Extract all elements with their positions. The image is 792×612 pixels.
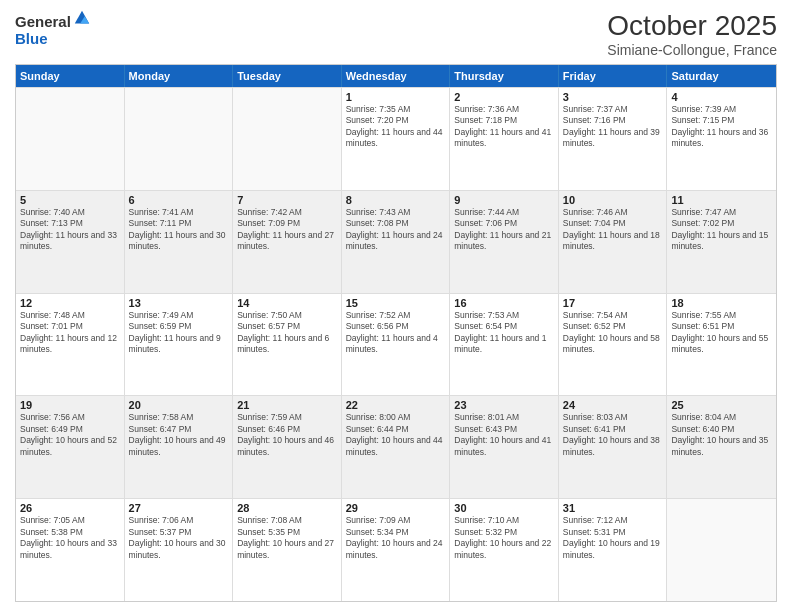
cal-cell-r0c4: 2Sunrise: 7:36 AM Sunset: 7:18 PM Daylig… xyxy=(450,88,559,190)
cal-cell-r4c3: 29Sunrise: 7:09 AM Sunset: 5:34 PM Dayli… xyxy=(342,499,451,601)
cell-info: Sunrise: 7:41 AM Sunset: 7:11 PM Dayligh… xyxy=(129,207,229,253)
cell-info: Sunrise: 7:35 AM Sunset: 7:20 PM Dayligh… xyxy=(346,104,446,150)
day-number: 29 xyxy=(346,502,446,514)
cal-cell-r4c1: 27Sunrise: 7:06 AM Sunset: 5:37 PM Dayli… xyxy=(125,499,234,601)
calendar-body: 1Sunrise: 7:35 AM Sunset: 7:20 PM Daylig… xyxy=(16,87,776,601)
page: General Blue October 2025 Simiane-Collon… xyxy=(0,0,792,612)
calendar-row-2: 12Sunrise: 7:48 AM Sunset: 7:01 PM Dayli… xyxy=(16,293,776,396)
title-block: October 2025 Simiane-Collongue, France xyxy=(607,10,777,58)
cal-cell-r2c3: 15Sunrise: 7:52 AM Sunset: 6:56 PM Dayli… xyxy=(342,294,451,396)
cal-cell-r2c0: 12Sunrise: 7:48 AM Sunset: 7:01 PM Dayli… xyxy=(16,294,125,396)
header-day-monday: Monday xyxy=(125,65,234,87)
cal-cell-r1c6: 11Sunrise: 7:47 AM Sunset: 7:02 PM Dayli… xyxy=(667,191,776,293)
day-number: 19 xyxy=(20,399,120,411)
cal-cell-r1c2: 7Sunrise: 7:42 AM Sunset: 7:09 PM Daylig… xyxy=(233,191,342,293)
day-number: 30 xyxy=(454,502,554,514)
cell-info: Sunrise: 7:40 AM Sunset: 7:13 PM Dayligh… xyxy=(20,207,120,253)
day-number: 4 xyxy=(671,91,772,103)
cal-cell-r4c5: 31Sunrise: 7:12 AM Sunset: 5:31 PM Dayli… xyxy=(559,499,668,601)
cal-cell-r3c3: 22Sunrise: 8:00 AM Sunset: 6:44 PM Dayli… xyxy=(342,396,451,498)
calendar: SundayMondayTuesdayWednesdayThursdayFrid… xyxy=(15,64,777,602)
cal-cell-r4c6 xyxy=(667,499,776,601)
cal-cell-r3c4: 23Sunrise: 8:01 AM Sunset: 6:43 PM Dayli… xyxy=(450,396,559,498)
cal-cell-r1c1: 6Sunrise: 7:41 AM Sunset: 7:11 PM Daylig… xyxy=(125,191,234,293)
cal-cell-r0c2 xyxy=(233,88,342,190)
cell-info: Sunrise: 7:08 AM Sunset: 5:35 PM Dayligh… xyxy=(237,515,337,561)
day-number: 31 xyxy=(563,502,663,514)
cell-info: Sunrise: 7:49 AM Sunset: 6:59 PM Dayligh… xyxy=(129,310,229,356)
header-day-sunday: Sunday xyxy=(16,65,125,87)
logo: General Blue xyxy=(15,14,91,47)
day-number: 7 xyxy=(237,194,337,206)
day-number: 22 xyxy=(346,399,446,411)
cell-info: Sunrise: 7:37 AM Sunset: 7:16 PM Dayligh… xyxy=(563,104,663,150)
cell-info: Sunrise: 7:39 AM Sunset: 7:15 PM Dayligh… xyxy=(671,104,772,150)
cal-cell-r4c4: 30Sunrise: 7:10 AM Sunset: 5:32 PM Dayli… xyxy=(450,499,559,601)
logo-icon xyxy=(73,9,91,27)
subtitle: Simiane-Collongue, France xyxy=(607,42,777,58)
day-number: 27 xyxy=(129,502,229,514)
cell-info: Sunrise: 8:04 AM Sunset: 6:40 PM Dayligh… xyxy=(671,412,772,458)
calendar-row-4: 26Sunrise: 7:05 AM Sunset: 5:38 PM Dayli… xyxy=(16,498,776,601)
cell-info: Sunrise: 7:43 AM Sunset: 7:08 PM Dayligh… xyxy=(346,207,446,253)
cal-cell-r4c2: 28Sunrise: 7:08 AM Sunset: 5:35 PM Dayli… xyxy=(233,499,342,601)
cal-cell-r3c6: 25Sunrise: 8:04 AM Sunset: 6:40 PM Dayli… xyxy=(667,396,776,498)
calendar-row-3: 19Sunrise: 7:56 AM Sunset: 6:49 PM Dayli… xyxy=(16,395,776,498)
cal-cell-r1c4: 9Sunrise: 7:44 AM Sunset: 7:06 PM Daylig… xyxy=(450,191,559,293)
day-number: 21 xyxy=(237,399,337,411)
cell-info: Sunrise: 8:00 AM Sunset: 6:44 PM Dayligh… xyxy=(346,412,446,458)
cell-info: Sunrise: 7:42 AM Sunset: 7:09 PM Dayligh… xyxy=(237,207,337,253)
calendar-header: SundayMondayTuesdayWednesdayThursdayFrid… xyxy=(16,65,776,87)
cell-info: Sunrise: 7:06 AM Sunset: 5:37 PM Dayligh… xyxy=(129,515,229,561)
cal-cell-r0c3: 1Sunrise: 7:35 AM Sunset: 7:20 PM Daylig… xyxy=(342,88,451,190)
cell-info: Sunrise: 8:01 AM Sunset: 6:43 PM Dayligh… xyxy=(454,412,554,458)
cal-cell-r2c6: 18Sunrise: 7:55 AM Sunset: 6:51 PM Dayli… xyxy=(667,294,776,396)
logo-blue: Blue xyxy=(15,31,91,48)
cell-info: Sunrise: 7:05 AM Sunset: 5:38 PM Dayligh… xyxy=(20,515,120,561)
cell-info: Sunrise: 7:47 AM Sunset: 7:02 PM Dayligh… xyxy=(671,207,772,253)
header-day-wednesday: Wednesday xyxy=(342,65,451,87)
cal-cell-r3c2: 21Sunrise: 7:59 AM Sunset: 6:46 PM Dayli… xyxy=(233,396,342,498)
day-number: 10 xyxy=(563,194,663,206)
day-number: 6 xyxy=(129,194,229,206)
logo-general: General xyxy=(15,14,71,31)
cal-cell-r2c1: 13Sunrise: 7:49 AM Sunset: 6:59 PM Dayli… xyxy=(125,294,234,396)
day-number: 12 xyxy=(20,297,120,309)
cell-info: Sunrise: 7:10 AM Sunset: 5:32 PM Dayligh… xyxy=(454,515,554,561)
day-number: 5 xyxy=(20,194,120,206)
day-number: 16 xyxy=(454,297,554,309)
cell-info: Sunrise: 7:59 AM Sunset: 6:46 PM Dayligh… xyxy=(237,412,337,458)
cal-cell-r3c1: 20Sunrise: 7:58 AM Sunset: 6:47 PM Dayli… xyxy=(125,396,234,498)
cal-cell-r0c5: 3Sunrise: 7:37 AM Sunset: 7:16 PM Daylig… xyxy=(559,88,668,190)
cal-cell-r2c4: 16Sunrise: 7:53 AM Sunset: 6:54 PM Dayli… xyxy=(450,294,559,396)
day-number: 3 xyxy=(563,91,663,103)
day-number: 26 xyxy=(20,502,120,514)
cal-cell-r2c5: 17Sunrise: 7:54 AM Sunset: 6:52 PM Dayli… xyxy=(559,294,668,396)
cell-info: Sunrise: 7:48 AM Sunset: 7:01 PM Dayligh… xyxy=(20,310,120,356)
cell-info: Sunrise: 7:44 AM Sunset: 7:06 PM Dayligh… xyxy=(454,207,554,253)
day-number: 25 xyxy=(671,399,772,411)
cell-info: Sunrise: 7:46 AM Sunset: 7:04 PM Dayligh… xyxy=(563,207,663,253)
month-title: October 2025 xyxy=(607,10,777,42)
day-number: 23 xyxy=(454,399,554,411)
day-number: 15 xyxy=(346,297,446,309)
cal-cell-r2c2: 14Sunrise: 7:50 AM Sunset: 6:57 PM Dayli… xyxy=(233,294,342,396)
cell-info: Sunrise: 7:55 AM Sunset: 6:51 PM Dayligh… xyxy=(671,310,772,356)
calendar-row-0: 1Sunrise: 7:35 AM Sunset: 7:20 PM Daylig… xyxy=(16,87,776,190)
logo-text: General Blue xyxy=(15,14,91,47)
cal-cell-r1c0: 5Sunrise: 7:40 AM Sunset: 7:13 PM Daylig… xyxy=(16,191,125,293)
header-day-tuesday: Tuesday xyxy=(233,65,342,87)
header-day-saturday: Saturday xyxy=(667,65,776,87)
day-number: 8 xyxy=(346,194,446,206)
calendar-row-1: 5Sunrise: 7:40 AM Sunset: 7:13 PM Daylig… xyxy=(16,190,776,293)
cal-cell-r0c6: 4Sunrise: 7:39 AM Sunset: 7:15 PM Daylig… xyxy=(667,88,776,190)
cell-info: Sunrise: 7:56 AM Sunset: 6:49 PM Dayligh… xyxy=(20,412,120,458)
cell-info: Sunrise: 7:52 AM Sunset: 6:56 PM Dayligh… xyxy=(346,310,446,356)
cell-info: Sunrise: 7:54 AM Sunset: 6:52 PM Dayligh… xyxy=(563,310,663,356)
day-number: 9 xyxy=(454,194,554,206)
day-number: 18 xyxy=(671,297,772,309)
header: General Blue October 2025 Simiane-Collon… xyxy=(15,10,777,58)
cal-cell-r0c0 xyxy=(16,88,125,190)
day-number: 2 xyxy=(454,91,554,103)
cal-cell-r3c0: 19Sunrise: 7:56 AM Sunset: 6:49 PM Dayli… xyxy=(16,396,125,498)
